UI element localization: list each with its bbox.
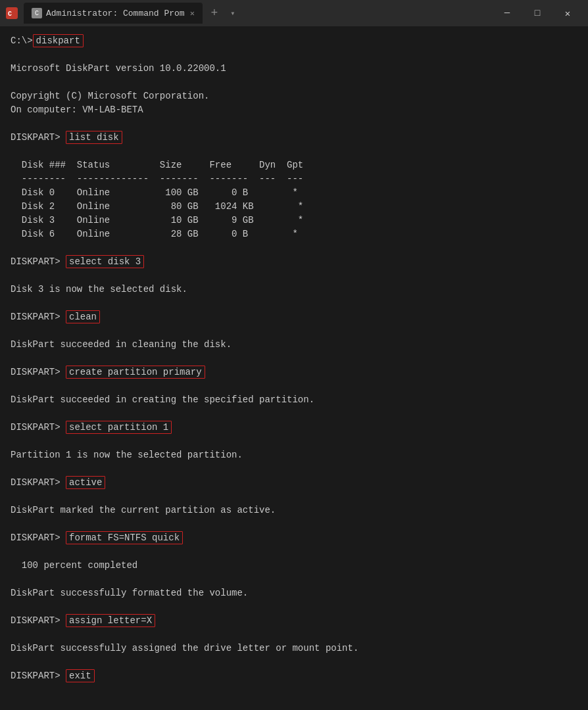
output-select-disk3: Disk 3 is now the selected disk.: [11, 284, 187, 295]
output-clean: DiskPart succeeded in cleaning the disk.: [11, 339, 232, 350]
prompt-clean: DISKPART>: [11, 312, 66, 322]
svg-text:C: C: [8, 11, 12, 18]
prompt-exit: DISKPART>: [11, 671, 66, 681]
output-format-success: DiskPart successfully formatted the volu…: [11, 588, 248, 598]
prompt-assign: DISKPART>: [11, 615, 66, 626]
prompt-create-partition: DISKPART>: [11, 367, 66, 377]
prompt-1: C:\>: [11, 36, 33, 46]
output-active: DiskPart marked the current partition as…: [11, 505, 276, 515]
prompt-select-disk3: DISKPART>: [11, 256, 66, 267]
prompt-list-disk: DISKPART>: [11, 132, 66, 143]
tab-label: Administrator: Command Prom: [46, 9, 185, 18]
cmd-select-disk3: select disk 3: [66, 255, 144, 268]
app-icon: C: [5, 7, 18, 20]
cmd-create-partition: create partition primary: [66, 366, 205, 379]
output-version: Microsoft DiskPart version 10.0.22000.1: [11, 63, 226, 74]
tab-dropdown-button[interactable]: ▾: [225, 5, 241, 21]
terminal-body[interactable]: C:\>diskpart Microsoft DiskPart version …: [0, 26, 588, 710]
active-tab[interactable]: C Administrator: Command Prom ✕: [24, 3, 203, 24]
maximize-button[interactable]: □: [522, 3, 552, 24]
window-controls: ─ □ ✕: [492, 3, 583, 24]
close-button[interactable]: ✕: [552, 3, 583, 24]
prompt-select-partition: DISKPART>: [11, 422, 66, 433]
output-copyright: Copyright (C) Microsoft Corporation. On …: [11, 91, 209, 115]
cmd-active: active: [66, 476, 105, 489]
titlebar: C C Administrator: Command Prom ✕ + ▾ ─ …: [0, 0, 588, 26]
cmd-clean: clean: [66, 310, 100, 323]
minimize-button[interactable]: ─: [492, 3, 522, 24]
cmd-exit: exit: [66, 669, 95, 682]
cmd-format: format FS=NTFS quick: [66, 531, 183, 544]
prompt-active: DISKPART>: [11, 477, 66, 488]
cmd-diskpart: diskpart: [33, 34, 84, 47]
new-tab-button[interactable]: +: [205, 4, 224, 22]
cmd-list-disk: list disk: [66, 131, 122, 144]
cmd-assign: assign letter=X: [66, 614, 155, 627]
output-assign: DiskPart successfully assigned the drive…: [11, 643, 358, 653]
tab-close-button[interactable]: ✕: [190, 9, 195, 18]
tab-icon: C: [32, 8, 42, 18]
table-header: Disk ### Status Size Free Dyn Gpt ------…: [11, 160, 303, 239]
prompt-format: DISKPART>: [11, 532, 66, 543]
output-select-partition: Partition 1 is now the selected partitio…: [11, 450, 243, 460]
output-format-percent: 100 percent completed: [11, 560, 137, 571]
window: C C Administrator: Command Prom ✕ + ▾ ─ …: [0, 0, 588, 710]
cmd-select-partition: select partition 1: [66, 421, 172, 434]
output-create-partition: DiskPart succeeded in creating the speci…: [11, 394, 314, 405]
terminal-content: C:\>diskpart Microsoft DiskPart version …: [11, 34, 577, 683]
